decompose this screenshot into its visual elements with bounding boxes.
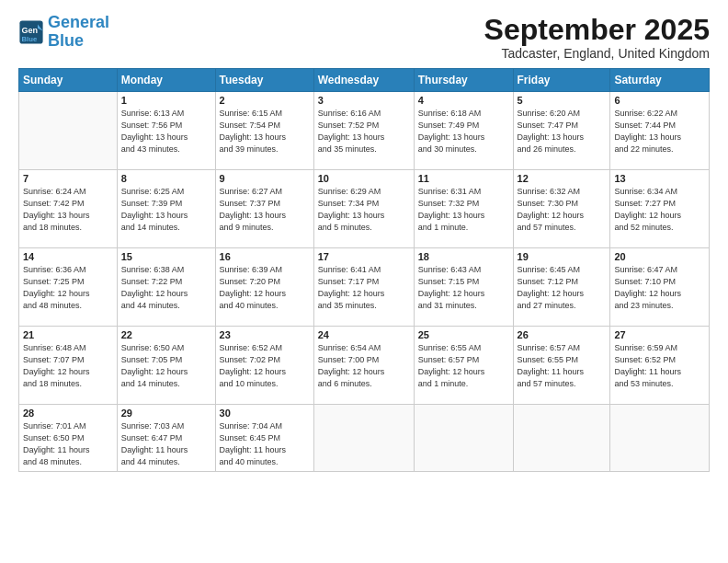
day-info: Sunrise: 6:57 AMSunset: 6:55 PMDaylight:… bbox=[518, 342, 607, 390]
day-info: Sunrise: 6:38 AMSunset: 7:22 PMDaylight:… bbox=[121, 264, 211, 312]
day-info: Sunrise: 7:01 AMSunset: 6:50 PMDaylight:… bbox=[23, 420, 113, 468]
day-cell: 28Sunrise: 7:01 AMSunset: 6:50 PMDayligh… bbox=[19, 405, 118, 472]
day-info: Sunrise: 6:24 AMSunset: 7:42 PMDaylight:… bbox=[23, 186, 113, 234]
day-number: 12 bbox=[518, 173, 607, 184]
day-cell: 1Sunrise: 6:13 AMSunset: 7:56 PMDaylight… bbox=[117, 92, 215, 170]
day-info: Sunrise: 6:39 AMSunset: 7:20 PMDaylight:… bbox=[220, 264, 310, 312]
day-info: Sunrise: 6:41 AMSunset: 7:17 PMDaylight:… bbox=[318, 264, 410, 312]
location: Tadcaster, England, United Kingdom bbox=[484, 46, 710, 61]
day-cell: 16Sunrise: 6:39 AMSunset: 7:20 PMDayligh… bbox=[215, 248, 313, 327]
day-cell: 12Sunrise: 6:32 AMSunset: 7:30 PMDayligh… bbox=[513, 170, 610, 248]
logo: Gen Blue General Blue bbox=[18, 14, 109, 51]
day-number: 23 bbox=[220, 329, 310, 340]
day-number: 1 bbox=[121, 95, 211, 106]
day-number: 20 bbox=[614, 251, 705, 262]
logo-line2: Blue bbox=[48, 31, 84, 50]
day-info: Sunrise: 6:36 AMSunset: 7:25 PMDaylight:… bbox=[23, 264, 113, 312]
day-cell: 4Sunrise: 6:18 AMSunset: 7:49 PMDaylight… bbox=[414, 92, 513, 170]
header-sunday: Sunday bbox=[19, 69, 118, 92]
day-info: Sunrise: 6:54 AMSunset: 7:00 PMDaylight:… bbox=[318, 342, 410, 390]
header-tuesday: Tuesday bbox=[215, 69, 313, 92]
day-info: Sunrise: 6:16 AMSunset: 7:52 PMDaylight:… bbox=[318, 108, 410, 155]
day-cell: 8Sunrise: 6:25 AMSunset: 7:39 PMDaylight… bbox=[117, 170, 215, 248]
calendar-body: 1Sunrise: 6:13 AMSunset: 7:56 PMDaylight… bbox=[19, 92, 710, 472]
day-cell: 30Sunrise: 7:04 AMSunset: 6:45 PMDayligh… bbox=[215, 405, 313, 472]
day-info: Sunrise: 6:47 AMSunset: 7:10 PMDaylight:… bbox=[614, 264, 705, 312]
day-cell: 3Sunrise: 6:16 AMSunset: 7:52 PMDaylight… bbox=[313, 92, 414, 170]
day-number: 16 bbox=[220, 251, 310, 262]
day-info: Sunrise: 6:29 AMSunset: 7:34 PMDaylight:… bbox=[318, 186, 410, 234]
day-cell: 18Sunrise: 6:43 AMSunset: 7:15 PMDayligh… bbox=[414, 248, 513, 327]
calendar-header: Sunday Monday Tuesday Wednesday Thursday… bbox=[19, 69, 710, 92]
day-cell: 29Sunrise: 7:03 AMSunset: 6:47 PMDayligh… bbox=[117, 405, 215, 472]
header-row-days: Sunday Monday Tuesday Wednesday Thursday… bbox=[19, 69, 710, 92]
day-cell: 21Sunrise: 6:48 AMSunset: 7:07 PMDayligh… bbox=[19, 327, 118, 405]
day-info: Sunrise: 6:55 AMSunset: 6:57 PMDaylight:… bbox=[418, 342, 509, 390]
day-number: 10 bbox=[318, 173, 410, 184]
header-thursday: Thursday bbox=[414, 69, 513, 92]
day-number: 22 bbox=[121, 329, 211, 340]
day-info: Sunrise: 6:32 AMSunset: 7:30 PMDaylight:… bbox=[518, 186, 607, 234]
day-info: Sunrise: 6:13 AMSunset: 7:56 PMDaylight:… bbox=[121, 108, 211, 155]
svg-text:Blue: Blue bbox=[22, 35, 38, 43]
week-row-5: 28Sunrise: 7:01 AMSunset: 6:50 PMDayligh… bbox=[19, 405, 710, 472]
day-number: 11 bbox=[418, 173, 509, 184]
month-title: September 2025 bbox=[484, 14, 710, 46]
calendar-table: Sunday Monday Tuesday Wednesday Thursday… bbox=[18, 68, 710, 472]
day-cell bbox=[513, 405, 610, 472]
day-number: 24 bbox=[318, 329, 410, 340]
day-info: Sunrise: 6:48 AMSunset: 7:07 PMDaylight:… bbox=[23, 342, 113, 390]
header-wednesday: Wednesday bbox=[313, 69, 414, 92]
day-info: Sunrise: 6:45 AMSunset: 7:12 PMDaylight:… bbox=[518, 264, 607, 312]
day-number: 8 bbox=[121, 173, 211, 184]
day-cell: 14Sunrise: 6:36 AMSunset: 7:25 PMDayligh… bbox=[19, 248, 118, 327]
day-cell: 23Sunrise: 6:52 AMSunset: 7:02 PMDayligh… bbox=[215, 327, 313, 405]
day-number: 29 bbox=[121, 408, 211, 419]
day-number: 15 bbox=[121, 251, 211, 262]
day-info: Sunrise: 6:22 AMSunset: 7:44 PMDaylight:… bbox=[614, 108, 705, 155]
day-info: Sunrise: 6:59 AMSunset: 6:52 PMDaylight:… bbox=[614, 342, 705, 390]
day-info: Sunrise: 6:25 AMSunset: 7:39 PMDaylight:… bbox=[121, 186, 211, 234]
day-cell: 27Sunrise: 6:59 AMSunset: 6:52 PMDayligh… bbox=[610, 327, 710, 405]
header-saturday: Saturday bbox=[610, 69, 710, 92]
day-cell: 17Sunrise: 6:41 AMSunset: 7:17 PMDayligh… bbox=[313, 248, 414, 327]
week-row-2: 7Sunrise: 6:24 AMSunset: 7:42 PMDaylight… bbox=[19, 170, 710, 248]
day-number: 4 bbox=[418, 95, 509, 106]
header-friday: Friday bbox=[513, 69, 610, 92]
day-number: 5 bbox=[518, 95, 607, 106]
day-info: Sunrise: 7:04 AMSunset: 6:45 PMDaylight:… bbox=[220, 420, 310, 468]
day-number: 14 bbox=[23, 251, 113, 262]
day-number: 28 bbox=[23, 408, 113, 419]
day-cell: 20Sunrise: 6:47 AMSunset: 7:10 PMDayligh… bbox=[610, 248, 710, 327]
day-info: Sunrise: 6:15 AMSunset: 7:54 PMDaylight:… bbox=[220, 108, 310, 155]
day-number: 30 bbox=[220, 408, 310, 419]
day-cell: 24Sunrise: 6:54 AMSunset: 7:00 PMDayligh… bbox=[313, 327, 414, 405]
logo-icon: Gen Blue bbox=[18, 19, 44, 45]
day-cell: 10Sunrise: 6:29 AMSunset: 7:34 PMDayligh… bbox=[313, 170, 414, 248]
logo-line1: General bbox=[48, 13, 109, 31]
day-info: Sunrise: 6:34 AMSunset: 7:27 PMDaylight:… bbox=[614, 186, 705, 234]
day-number: 18 bbox=[418, 251, 509, 262]
day-number: 27 bbox=[614, 329, 705, 340]
week-row-1: 1Sunrise: 6:13 AMSunset: 7:56 PMDaylight… bbox=[19, 92, 710, 170]
day-cell: 11Sunrise: 6:31 AMSunset: 7:32 PMDayligh… bbox=[414, 170, 513, 248]
day-cell: 9Sunrise: 6:27 AMSunset: 7:37 PMDaylight… bbox=[215, 170, 313, 248]
day-cell: 2Sunrise: 6:15 AMSunset: 7:54 PMDaylight… bbox=[215, 92, 313, 170]
day-number: 9 bbox=[220, 173, 310, 184]
day-cell bbox=[19, 92, 118, 170]
day-cell bbox=[313, 405, 414, 472]
day-number: 13 bbox=[614, 173, 705, 184]
day-cell bbox=[414, 405, 513, 472]
day-cell: 26Sunrise: 6:57 AMSunset: 6:55 PMDayligh… bbox=[513, 327, 610, 405]
day-cell: 6Sunrise: 6:22 AMSunset: 7:44 PMDaylight… bbox=[610, 92, 710, 170]
header-monday: Monday bbox=[117, 69, 215, 92]
week-row-3: 14Sunrise: 6:36 AMSunset: 7:25 PMDayligh… bbox=[19, 248, 710, 327]
title-block: September 2025 Tadcaster, England, Unite… bbox=[484, 14, 710, 61]
day-cell bbox=[610, 405, 710, 472]
day-number: 25 bbox=[418, 329, 509, 340]
week-row-4: 21Sunrise: 6:48 AMSunset: 7:07 PMDayligh… bbox=[19, 327, 710, 405]
day-number: 19 bbox=[518, 251, 607, 262]
day-cell: 22Sunrise: 6:50 AMSunset: 7:05 PMDayligh… bbox=[117, 327, 215, 405]
day-cell: 13Sunrise: 6:34 AMSunset: 7:27 PMDayligh… bbox=[610, 170, 710, 248]
day-info: Sunrise: 6:27 AMSunset: 7:37 PMDaylight:… bbox=[220, 186, 310, 234]
